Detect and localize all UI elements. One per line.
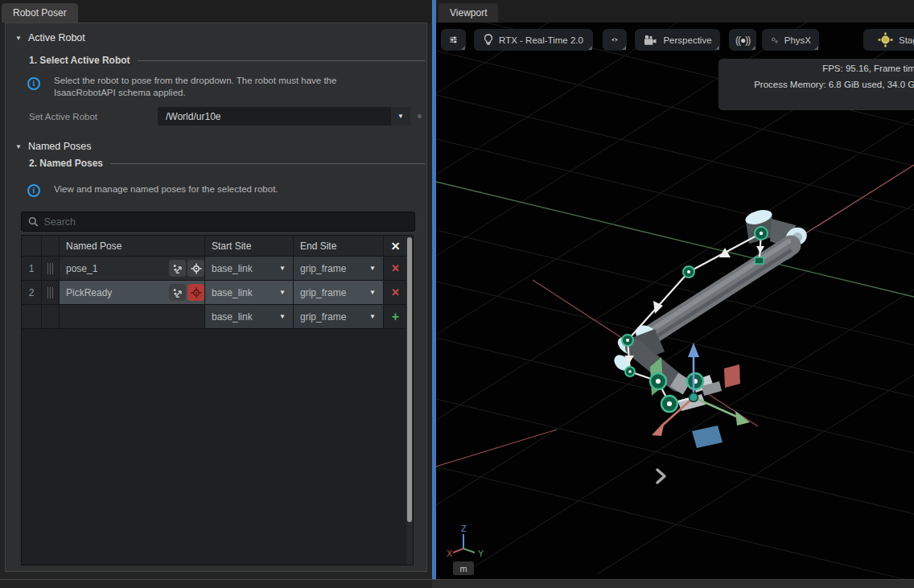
stage-lighting-label: Stage: [899, 35, 914, 45]
delete-all-button[interactable]: ✕: [384, 236, 407, 256]
add-icon: +: [392, 310, 399, 324]
chevron-down-icon: ▼: [279, 265, 286, 272]
add-row-button[interactable]: +: [384, 305, 407, 328]
camera-icon: [643, 35, 657, 46]
reset-field-dot[interactable]: [418, 114, 422, 118]
viewport-3d[interactable]: RTX - Real-Time 2.0 Perspective ((●)): [436, 23, 914, 579]
apply-pose-button[interactable]: [169, 284, 186, 301]
row-index: 1: [22, 257, 42, 280]
bottom-bar-left-segment: [0, 580, 432, 588]
header-end-site: End Site: [294, 236, 384, 256]
start-site-value: base_link: [212, 287, 253, 298]
camera-label: Perspective: [663, 35, 711, 45]
apply-pose-icon: [172, 263, 183, 274]
end-site-dropdown[interactable]: grip_frame ▼: [294, 257, 384, 280]
axis-y-label: Y: [478, 549, 484, 558]
viewport-tab-bar: Viewport: [436, 0, 914, 23]
active-robot-dropdown-value: /World/ur10e: [158, 111, 391, 122]
delete-icon: ✕: [391, 262, 400, 274]
named-poses-step: 2. Named Poses: [29, 158, 425, 169]
camera-button[interactable]: Perspective: [635, 29, 720, 51]
stage-lighting-button[interactable]: Stage: [863, 29, 914, 51]
viewport-settings-button[interactable]: [441, 29, 466, 51]
table-scrollbar[interactable]: [406, 236, 413, 565]
header-index-cell: [22, 236, 42, 256]
gears-icon: [770, 34, 779, 47]
info-icon: i: [27, 77, 40, 90]
new-pose-name-cell[interactable]: [60, 305, 205, 328]
tab-robot-poser[interactable]: Robot Poser: [2, 3, 78, 23]
header-start-site: Start Site: [205, 236, 294, 256]
select-active-robot-step: 1. Select Active Robot: [29, 55, 425, 66]
tab-viewport[interactable]: Viewport: [438, 3, 498, 23]
end-site-value: grip_frame: [300, 263, 346, 274]
eye-icon: [611, 35, 619, 45]
render-engine-button[interactable]: RTX - Real-Time 2.0: [474, 29, 593, 51]
dropdown-arrow-box: ▼: [391, 107, 410, 125]
start-site-dropdown[interactable]: base_link ▼: [205, 281, 294, 304]
active-robot-dropdown[interactable]: /World/ur10e ▼: [158, 107, 410, 125]
unit-button[interactable]: m: [453, 561, 474, 575]
orientation-gizmo[interactable]: Z X Y: [444, 523, 492, 561]
gizmo-origin[interactable]: [690, 393, 698, 402]
drag-handle[interactable]: [42, 281, 60, 304]
record-pose-button-active[interactable]: [187, 284, 204, 301]
start-site-value: base_link: [212, 263, 253, 274]
physics-button[interactable]: PhysX: [762, 29, 819, 51]
axis-z-label: Z: [461, 524, 467, 533]
end-site-value: grip_frame: [300, 287, 346, 298]
apply-pose-button[interactable]: [169, 260, 186, 277]
delete-row-button[interactable]: ✕: [384, 257, 407, 280]
pose-name-cell[interactable]: PickReady: [60, 281, 205, 304]
active-robot-title: Active Robot: [28, 32, 85, 43]
render-engine-label: RTX - Real-Time 2.0: [499, 35, 583, 45]
chevron-down-icon: ▼: [369, 265, 376, 272]
named-poses-info-icon-wrap: i: [27, 182, 40, 197]
visibility-button[interactable]: [603, 29, 627, 51]
gizmo-plane-handle-blue[interactable]: [692, 426, 723, 448]
active-robot-collapse-header[interactable]: ▼ Active Robot: [15, 32, 85, 43]
pose-markers: [622, 227, 768, 412]
end-site-dropdown[interactable]: grip_frame ▼: [294, 281, 384, 304]
divider-line: [110, 163, 425, 164]
record-pose-button[interactable]: [187, 260, 204, 277]
collapse-arrow-icon: ▼: [15, 143, 22, 150]
chevron-down-icon: ▼: [369, 313, 376, 320]
named-poses-collapse-header[interactable]: ▼ Named Poses: [15, 141, 91, 152]
axis-gizmo-icon: Z X Y: [444, 523, 492, 561]
row-index: 2: [22, 281, 42, 304]
search-icon: [28, 216, 38, 227]
scrollbar-thumb[interactable]: [407, 237, 412, 522]
pose-name-cell[interactable]: pose_1: [60, 257, 205, 280]
grip-cell-empty: [42, 305, 60, 328]
gizmo-plane-handle-red[interactable]: [724, 364, 740, 388]
bottom-status-bar: [0, 579, 914, 588]
stats-memory: Process Memory: 6.8 GiB used, 34.0 GiB a: [718, 76, 914, 93]
table-row[interactable]: 1 pose_1: [22, 257, 407, 281]
end-site-value: grip_frame: [300, 311, 346, 323]
lightbulb-icon: [484, 34, 493, 46]
delete-row-button[interactable]: ✕: [384, 281, 407, 304]
start-site-dropdown[interactable]: base_link ▼: [205, 305, 294, 328]
crosshair-icon: [191, 263, 202, 274]
live-sync-button[interactable]: ((●)): [729, 29, 756, 51]
sun-icon: [878, 32, 893, 47]
gizmo-x-arrowhead[interactable]: [652, 421, 665, 436]
tab-viewport-label: Viewport: [450, 7, 487, 19]
table-row-selected[interactable]: 2 PickReady: [22, 281, 407, 305]
set-active-robot-label: Set Active Robot: [29, 112, 97, 121]
start-site-dropdown[interactable]: base_link ▼: [205, 257, 294, 280]
tab-robot-poser-label: Robot Poser: [13, 7, 67, 19]
table-new-row: base_link ▼ grip_frame ▼ +: [22, 305, 407, 329]
stats-fps: FPS: 95.16, Frame time: 1: [718, 60, 914, 76]
drag-handle[interactable]: [42, 257, 60, 280]
end-site-dropdown[interactable]: grip_frame ▼: [294, 305, 384, 328]
signal-icon: ((●)): [735, 35, 750, 46]
info-icon: i: [27, 184, 40, 197]
collapse-arrow-icon: ▼: [15, 35, 22, 42]
search-input[interactable]: [43, 216, 408, 228]
expand-chevron[interactable]: [652, 467, 669, 486]
stats-extra: 6: [718, 93, 914, 109]
apply-pose-icon: [172, 287, 183, 298]
unit-label: m: [459, 564, 467, 574]
